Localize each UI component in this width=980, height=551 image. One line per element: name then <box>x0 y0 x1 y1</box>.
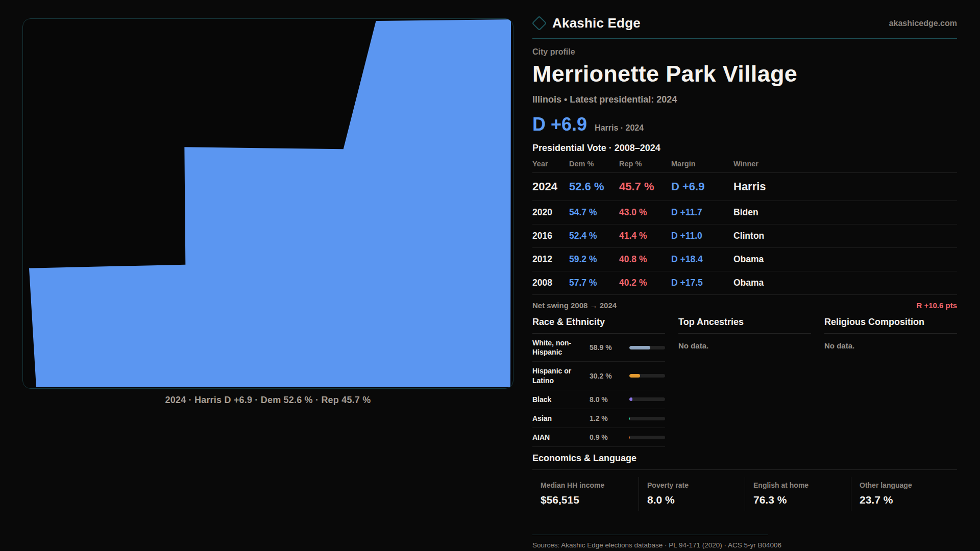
brand-header: Akashic Edge akashicedge.com <box>532 15 957 31</box>
stat-label: Median HH income <box>541 481 639 489</box>
map-caption: 2024 · Harris D +6.9 · Dem 52.6 % · Rep … <box>22 395 513 406</box>
cell-winner: Harris <box>733 180 957 193</box>
stat-value: 8.0 % <box>647 494 745 506</box>
cell-margin: D +17.5 <box>671 278 733 288</box>
stat-card: Median HH income $56,515 <box>532 477 639 511</box>
cell-year: 2024 <box>532 180 569 193</box>
page-kicker: City profile <box>532 47 957 57</box>
economics-divider <box>532 469 957 470</box>
stat-card: Other language 23.7 % <box>851 477 957 511</box>
race-bar-fill <box>629 346 650 349</box>
cell-rep: 45.7 % <box>619 180 671 193</box>
list-item: Black 8.0 % <box>532 390 665 409</box>
page-title: Merrionette Park Village <box>532 61 957 87</box>
cell-year: 2020 <box>532 207 569 218</box>
no-data-text: No data. <box>824 341 957 350</box>
net-swing-value: R +10.6 pts <box>916 301 957 310</box>
stat-label: English at home <box>753 481 851 489</box>
col-margin: Margin <box>671 160 733 168</box>
cell-dem: 52.4 % <box>569 231 619 241</box>
cell-margin: D +11.7 <box>671 207 733 218</box>
cell-year: 2008 <box>532 278 569 288</box>
stat-card: Poverty rate 8.0 % <box>639 477 745 511</box>
page-subtitle: Illinois • Latest presidential: 2024 <box>532 94 957 105</box>
stat-card: English at home 76.3 % <box>745 477 851 511</box>
cell-dem: 54.7 % <box>569 207 619 218</box>
race-value: 58.9 % <box>590 343 627 352</box>
economics-title: Economics & Language <box>532 453 957 464</box>
page-footer: Sources: Akashic Edge elections database… <box>532 535 957 551</box>
demographics-section: Race & Ethnicity White, non-Hispanic 58.… <box>532 317 957 447</box>
list-item: Hispanic or Latino 30.2 % <box>532 362 665 390</box>
cell-year: 2016 <box>532 231 569 241</box>
race-bar <box>629 397 665 401</box>
table-row: 2008 57.7 % 40.2 % D +17.5 Obama <box>532 271 957 295</box>
cell-margin: D +18.4 <box>671 254 733 265</box>
net-swing-label: Net swing 2008 → 2024 <box>532 301 617 310</box>
profile-panel: Akashic Edge akashicedge.com City profil… <box>532 15 957 551</box>
table-row: 2012 59.2 % 40.8 % D +18.4 Obama <box>532 248 957 271</box>
race-bar-fill <box>629 417 630 420</box>
race-bar <box>629 346 665 349</box>
stat-label: Other language <box>860 481 957 489</box>
cell-year: 2012 <box>532 254 569 265</box>
headline-margin-row: D +6.9 Harris · 2024 <box>532 114 957 135</box>
cell-winner: Clinton <box>733 231 957 241</box>
table-row: 2020 54.7 % 43.0 % D +11.7 Biden <box>532 201 957 224</box>
city-boundary-shape <box>29 19 511 387</box>
cell-winner: Biden <box>733 207 957 218</box>
race-label: Black <box>532 395 590 404</box>
cell-winner: Obama <box>733 278 957 288</box>
footer-divider <box>532 535 768 535</box>
list-item: Asian 1.2 % <box>532 409 665 428</box>
brand-name: Akashic Edge <box>552 15 641 31</box>
cell-margin: D +11.0 <box>671 231 733 241</box>
brand-domain-link[interactable]: akashicedge.com <box>889 19 957 28</box>
vote-table-header: Year Dem % Rep % Margin Winner <box>532 160 957 173</box>
net-swing-row: Net swing 2008 → 2024 R +10.6 pts <box>532 295 957 317</box>
cell-rep: 40.2 % <box>619 278 671 288</box>
cell-dem: 57.7 % <box>569 278 619 288</box>
race-bar <box>629 374 665 378</box>
race-bar-fill <box>629 374 640 378</box>
race-bar-fill <box>629 397 632 401</box>
stat-label: Poverty rate <box>647 481 745 489</box>
stat-value: $56,515 <box>541 494 639 506</box>
no-data-text: No data. <box>678 341 811 350</box>
city-boundary-map <box>23 19 513 388</box>
race-bar <box>629 436 665 439</box>
race-bar-fill <box>629 436 630 439</box>
city-map-card <box>22 18 513 389</box>
top-ancestries-column: Top Ancestries No data. <box>678 317 811 447</box>
race-label: White, non-Hispanic <box>532 338 590 357</box>
race-value: 30.2 % <box>590 372 627 380</box>
race-label: Asian <box>532 414 590 423</box>
sources-text: Sources: Akashic Edge elections database… <box>532 541 957 549</box>
headline-margin-value: D +6.9 <box>532 114 587 135</box>
race-bar <box>629 417 665 420</box>
headline-margin-context: Harris · 2024 <box>595 123 644 133</box>
cell-rep: 43.0 % <box>619 207 671 218</box>
diamond-logo-icon <box>532 16 547 31</box>
col-year: Year <box>532 160 569 168</box>
list-item: AIAN 0.9 % <box>532 428 665 447</box>
cell-dem: 52.6 % <box>569 180 619 193</box>
vote-table-title: Presidential Vote · 2008–2024 <box>532 143 957 154</box>
stat-value: 23.7 % <box>860 494 957 506</box>
cell-margin: D +6.9 <box>671 180 733 193</box>
stat-value: 76.3 % <box>753 494 851 506</box>
col-dem: Dem % <box>569 160 619 168</box>
cell-rep: 41.4 % <box>619 231 671 241</box>
race-value: 0.9 % <box>590 433 627 441</box>
economics-stats: Median HH income $56,515 Poverty rate 8.… <box>532 477 957 511</box>
race-label: Hispanic or Latino <box>532 366 590 385</box>
list-item: White, non-Hispanic 58.9 % <box>532 334 665 362</box>
col-winner: Winner <box>733 160 957 168</box>
table-row: 2016 52.4 % 41.4 % D +11.0 Clinton <box>532 224 957 248</box>
religious-composition-title: Religious Composition <box>824 317 957 334</box>
cell-dem: 59.2 % <box>569 254 619 265</box>
cell-rep: 40.8 % <box>619 254 671 265</box>
race-ethnicity-column: Race & Ethnicity White, non-Hispanic 58.… <box>532 317 665 447</box>
table-row: 2024 52.6 % 45.7 % D +6.9 Harris <box>532 173 957 201</box>
race-label: AIAN <box>532 433 590 442</box>
